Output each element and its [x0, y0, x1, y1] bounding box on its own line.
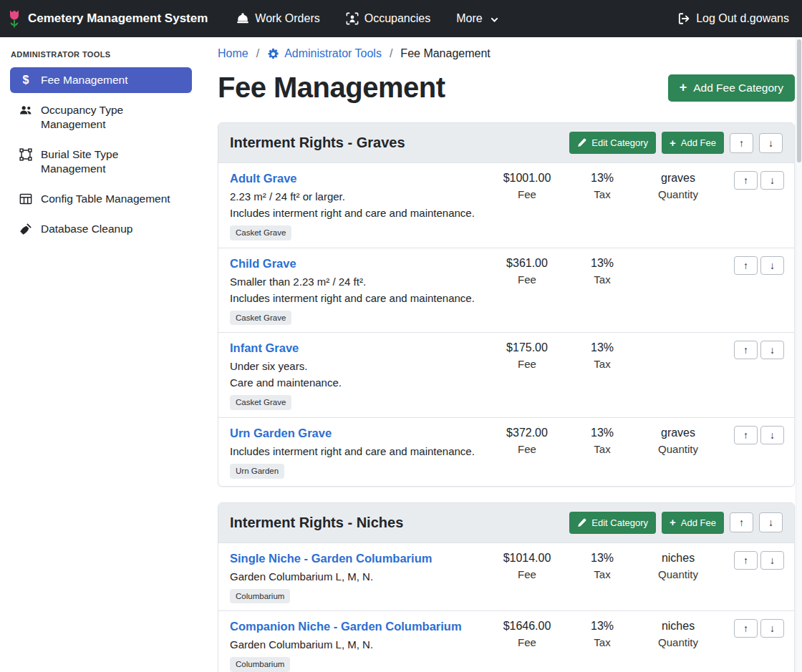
people-icon: [19, 103, 33, 117]
fee-amount: $361.00: [488, 257, 566, 270]
quantity-value: niches: [638, 552, 718, 565]
nav-item-work-orders[interactable]: Work Orders: [236, 12, 319, 25]
fee-tax-cell: 13%Tax: [566, 171, 638, 200]
fee-row: Infant GraveUnder six years.Care and mai…: [218, 333, 794, 418]
move-fee-down-button[interactable]: ↓: [760, 341, 784, 359]
fee-amount-cell: $1001.00Fee: [488, 171, 566, 200]
move-fee-down-button[interactable]: ↓: [760, 171, 784, 190]
fee-label: Fee: [488, 443, 566, 455]
move-fee-down-button[interactable]: ↓: [760, 551, 784, 570]
quantity-label: Quantity: [638, 568, 718, 580]
add-fee-button[interactable]: +Add Fee: [662, 132, 724, 154]
fee-amount-cell: $372.00Fee: [488, 426, 566, 455]
fee-description: Smaller than 2.23 m² / 24 ft².: [230, 273, 488, 290]
fee-reorder-controls: ↑↓: [718, 256, 784, 275]
tulip-logo-icon: [7, 9, 21, 29]
fee-reorder-controls: ↑↓: [718, 619, 784, 638]
pencil-icon: [577, 138, 586, 147]
fee-category-card: Interment Rights - GravesEdit Category+A…: [218, 122, 795, 487]
move-fee-down-button[interactable]: ↓: [760, 619, 784, 638]
down-arrow-icon: ↓: [770, 430, 775, 440]
move-fee-up-button[interactable]: ↑: [734, 619, 758, 638]
up-arrow-icon: ↑: [743, 175, 748, 185]
move-fee-down-button[interactable]: ↓: [760, 426, 784, 444]
nav-item-more[interactable]: More: [456, 12, 498, 25]
fee-name-link[interactable]: Companion Niche - Garden Columbarium: [230, 619, 462, 633]
scrollbar-track[interactable]: [796, 37, 802, 672]
brand-title: Cemetery Management System: [28, 11, 208, 26]
tax-value: 13%: [566, 427, 638, 439]
nav-item-occupancies[interactable]: Occupancies: [346, 12, 431, 25]
fee-amount-cell: $1646.00Fee: [488, 619, 566, 648]
fee-reorder-controls: ↑↓: [718, 171, 784, 190]
category-actions: Edit Category+Add Fee↑↓: [569, 512, 783, 534]
tax-label: Tax: [566, 188, 638, 200]
sidebar-item-burial-site-type-management[interactable]: Burial Site Type Management: [10, 142, 192, 182]
up-arrow-icon: ↑: [743, 345, 748, 355]
fee-name-link[interactable]: Child Grave: [230, 256, 296, 271]
sidebar-item-database-cleanup[interactable]: Database Cleanup: [10, 216, 192, 242]
down-arrow-icon: ↓: [768, 138, 773, 148]
fee-reorder-controls: ↑↓: [718, 341, 784, 359]
pencil-icon: [577, 518, 586, 527]
move-fee-up-button[interactable]: ↑: [734, 256, 758, 275]
hard-hat-icon: [236, 12, 249, 25]
move-category-down-button[interactable]: ↓: [759, 133, 783, 153]
breadcrumb-admin-tools-link[interactable]: Administrator Tools: [267, 47, 382, 60]
fee-label: Fee: [488, 568, 566, 580]
tax-value: 13%: [566, 172, 638, 185]
sidebar-item-config-table-management[interactable]: Config Table Management: [10, 186, 192, 212]
fee-tag-badge: Columbarium: [230, 589, 290, 604]
logout-button[interactable]: Log Out d.gowans: [677, 12, 789, 25]
fee-name-link[interactable]: Infant Grave: [230, 341, 299, 355]
quantity-label: Quantity: [638, 636, 718, 648]
page-layout: ADMINISTRATOR TOOLS $Fee ManagementOccup…: [0, 37, 802, 672]
sidebar: ADMINISTRATOR TOOLS $Fee ManagementOccup…: [0, 37, 200, 672]
breadcrumb-home-link[interactable]: Home: [218, 47, 248, 60]
fee-tag-badge: Casket Grave: [230, 395, 291, 410]
move-fee-up-button[interactable]: ↑: [734, 551, 758, 570]
move-fee-up-button[interactable]: ↑: [734, 171, 758, 190]
occupancy-frame-icon: [346, 12, 359, 25]
fee-quantity-cell: gravesQuantity: [638, 426, 718, 455]
tax-value: 13%: [566, 620, 638, 633]
scrollbar-thumb[interactable]: [797, 39, 801, 162]
fee-name-link[interactable]: Urn Garden Grave: [230, 426, 332, 440]
fee-amount: $1646.00: [488, 620, 566, 633]
brand[interactable]: Cemetery Management System: [7, 9, 208, 29]
fee-quantity-cell: nichesQuantity: [638, 619, 718, 648]
tax-value: 13%: [566, 257, 638, 270]
fee-tax-cell: 13%Tax: [566, 256, 638, 286]
fee-quantity-cell: gravesQuantity: [638, 171, 718, 200]
breadcrumb-separator: /: [256, 47, 259, 60]
fee-name-link[interactable]: Single Niche - Garden Columbarium: [230, 551, 432, 565]
fee-tag-badge: Columbarium: [230, 657, 290, 672]
move-fee-up-button[interactable]: ↑: [734, 426, 758, 444]
edit-category-button[interactable]: Edit Category: [569, 512, 656, 534]
fee-tax-cell: 13%Tax: [566, 551, 638, 580]
fee-quantity-cell: [638, 341, 718, 341]
fee-label: Fee: [488, 188, 566, 200]
edit-category-button[interactable]: Edit Category: [569, 132, 656, 154]
add-fee-category-button[interactable]: + Add Fee Category: [668, 74, 795, 102]
tax-label: Tax: [566, 636, 638, 648]
move-category-up-button[interactable]: ↑: [730, 133, 753, 153]
fee-name-link[interactable]: Adult Grave: [230, 171, 297, 185]
move-category-down-button[interactable]: ↓: [759, 512, 783, 532]
fee-info: Companion Niche - Garden ColumbariumGard…: [230, 619, 488, 672]
move-fee-up-button[interactable]: ↑: [734, 341, 758, 359]
down-arrow-icon: ↓: [768, 517, 773, 527]
fee-tax-cell: 13%Tax: [566, 426, 638, 455]
fee-description: Includes interment right and care and ma…: [230, 443, 488, 459]
fee-category-list: Interment Rights - GravesEdit Category+A…: [218, 122, 795, 672]
fee-description: Includes interment right and care and ma…: [230, 290, 488, 306]
sidebar-item-fee-management[interactable]: $Fee Management: [10, 67, 192, 93]
move-fee-down-button[interactable]: ↓: [760, 256, 784, 275]
tax-label: Tax: [566, 273, 638, 286]
add-fee-button[interactable]: +Add Fee: [662, 512, 724, 534]
sidebar-item-occupancy-type-management[interactable]: Occupancy Type Management: [10, 97, 192, 137]
fee-amount-cell: $1014.00Fee: [488, 551, 566, 580]
vector-square-icon: [19, 147, 33, 162]
logout-icon: [677, 12, 690, 25]
move-category-up-button[interactable]: ↑: [730, 512, 753, 532]
